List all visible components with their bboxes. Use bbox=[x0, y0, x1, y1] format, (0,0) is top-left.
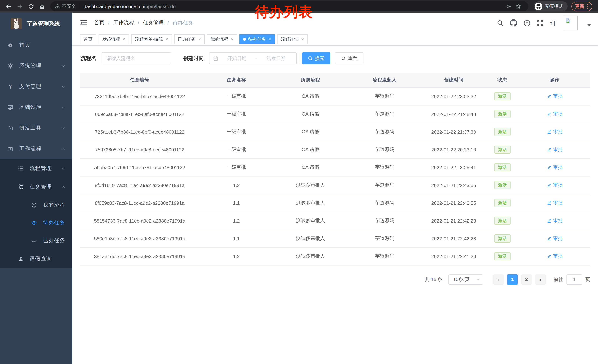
sidebar-subitem[interactable]: 流程管理 bbox=[0, 159, 72, 178]
approve-link[interactable]: 审批 bbox=[547, 253, 563, 259]
search-button[interactable]: 搜索 bbox=[302, 52, 331, 65]
github-icon[interactable] bbox=[510, 19, 517, 27]
prev-page-button[interactable]: ‹ bbox=[493, 274, 504, 284]
sidebar-subitem[interactable]: 我的流程 bbox=[0, 196, 72, 214]
avatar[interactable] bbox=[564, 16, 578, 30]
goto-label: 前往 bbox=[554, 276, 563, 283]
next-page-button[interactable]: › bbox=[535, 274, 546, 284]
cell-task-id: 58154733-7ac8-11ec-a9e2-a2380e71991a bbox=[80, 212, 199, 230]
help-icon[interactable]: ? bbox=[523, 19, 531, 26]
breadcrumb-item[interactable]: 首页 bbox=[94, 20, 105, 26]
status-badge: 激活 bbox=[494, 110, 511, 118]
approve-link[interactable]: 审批 bbox=[547, 111, 563, 117]
bookmark-star-icon[interactable] bbox=[513, 1, 524, 12]
close-icon[interactable]: × bbox=[166, 37, 168, 41]
approve-link[interactable]: 审批 bbox=[547, 217, 563, 224]
reset-button[interactable]: 重置 bbox=[335, 52, 364, 65]
close-icon[interactable]: × bbox=[198, 37, 201, 41]
cell-initiator: 芋道源码 bbox=[348, 176, 422, 194]
page-number-button[interactable]: 1 bbox=[507, 274, 518, 284]
status-badge: 激活 bbox=[494, 128, 511, 136]
browser-menu-icon[interactable] bbox=[587, 4, 588, 9]
close-icon[interactable]: × bbox=[301, 37, 304, 41]
security-warning[interactable]: 不安全 bbox=[55, 3, 76, 9]
cell-created: 2022-01-21 22:41:29 bbox=[422, 247, 486, 265]
top-navbar: 首页工作流程任务管理待办任务 ? тT bbox=[72, 13, 598, 33]
cell-process: 测试多审批人 bbox=[274, 247, 348, 265]
sidebar-toggle-icon[interactable] bbox=[80, 20, 87, 26]
sidebar-item-label: 工作流程 bbox=[19, 146, 61, 152]
sidebar-item[interactable]: ¥ 支付管理 bbox=[0, 76, 72, 97]
browser-update-button[interactable]: 更新 bbox=[571, 2, 592, 11]
approve-link[interactable]: 审批 bbox=[547, 129, 563, 135]
close-icon[interactable]: × bbox=[231, 37, 233, 41]
view-tab[interactable]: 流程表单-编辑 × bbox=[131, 34, 172, 44]
cell-task-name: 一级审批 bbox=[199, 159, 274, 176]
sidebar-subitem[interactable]: 已办任务 bbox=[0, 232, 72, 250]
fullscreen-icon[interactable] bbox=[537, 20, 544, 26]
start-date-placeholder[interactable]: 开始日期 bbox=[220, 55, 254, 62]
search-icon[interactable] bbox=[497, 20, 504, 26]
table-row: 75d72608-7b7f-11ec-a3c8-acde48001122 一级审… bbox=[80, 141, 590, 159]
view-tab[interactable]: 流程详情 × bbox=[277, 34, 307, 44]
approve-link[interactable]: 审批 bbox=[547, 93, 563, 100]
search-form: 流程名 创建时间 开始日期 - 结束日期 搜索 重置 bbox=[81, 52, 590, 65]
broken-image-icon bbox=[565, 17, 571, 24]
sidebar-item[interactable]: 工作流程 bbox=[0, 138, 72, 159]
end-date-placeholder[interactable]: 结束日期 bbox=[259, 55, 293, 62]
sidebar-subitem[interactable]: 请假查询 bbox=[0, 250, 72, 268]
approve-link[interactable]: 审批 bbox=[547, 182, 563, 188]
approve-link[interactable]: 审批 bbox=[547, 164, 563, 171]
date-range-input[interactable]: 开始日期 - 结束日期 bbox=[209, 52, 297, 65]
chevron-down-icon bbox=[61, 185, 66, 189]
col-status: 状态 bbox=[486, 73, 519, 87]
breadcrumb-item[interactable]: 待办任务 bbox=[164, 20, 193, 26]
breadcrumb-item[interactable]: 工作流程 bbox=[105, 20, 134, 26]
create-time-label: 创建时间 bbox=[183, 55, 204, 62]
browser-forward-icon[interactable] bbox=[14, 1, 25, 12]
cell-initiator: 芋道源码 bbox=[348, 123, 422, 141]
cell-initiator: 芋道源码 bbox=[348, 159, 422, 176]
cell-initiator: 芋道源码 bbox=[348, 87, 422, 105]
view-tab[interactable]: 首页 bbox=[80, 34, 96, 44]
goto-page-input[interactable] bbox=[566, 274, 582, 284]
browser-back-icon[interactable] bbox=[3, 1, 14, 12]
sidebar-item[interactable]: 基础设施 bbox=[0, 97, 72, 118]
process-name-input[interactable] bbox=[101, 52, 171, 65]
monitor-icon bbox=[8, 105, 13, 110]
view-tab[interactable]: 已办任务 × bbox=[174, 34, 205, 44]
sidebar-item[interactable]: 系统管理 bbox=[0, 56, 72, 76]
cell-initiator: 芋道源码 bbox=[348, 247, 422, 265]
status-badge: 激活 bbox=[494, 199, 511, 207]
close-icon[interactable]: × bbox=[269, 37, 271, 41]
view-tab[interactable]: 发起流程 × bbox=[99, 34, 129, 44]
close-icon[interactable]: × bbox=[123, 37, 125, 41]
view-tab[interactable]: 我的流程 × bbox=[207, 34, 237, 44]
page-number-button[interactable]: 2 bbox=[521, 274, 532, 284]
password-key-icon[interactable] bbox=[505, 1, 513, 12]
view-tab-label: 流程详情 bbox=[281, 36, 299, 42]
approve-link[interactable]: 审批 bbox=[547, 235, 563, 242]
font-size-icon[interactable]: тT bbox=[550, 19, 556, 26]
sidebar-item[interactable]: 研发工具 bbox=[0, 118, 72, 138]
app-title: 芋道管理系统 bbox=[27, 20, 60, 27]
browser-home-icon[interactable] bbox=[36, 1, 47, 12]
page-size-select[interactable]: 10条/页 bbox=[448, 274, 483, 284]
breadcrumb-item[interactable]: 任务管理 bbox=[134, 20, 164, 26]
sidebar-item[interactable]: 首页 bbox=[0, 35, 72, 56]
approve-link[interactable]: 审批 bbox=[547, 146, 563, 153]
edit-pencil-icon bbox=[547, 129, 551, 134]
sidebar-subitem[interactable]: 任务管理 bbox=[0, 178, 72, 196]
sidebar-subitem[interactable]: 待办任务 bbox=[0, 214, 72, 232]
browser-reload-icon[interactable] bbox=[25, 1, 36, 12]
table-header-row: 任务编号 任务名称 所属流程 流程发起人 创建时间 状态 操作 bbox=[80, 73, 590, 87]
cell-created: 2022-01-22 21:48:48 bbox=[422, 105, 486, 123]
cell-process: OA 请假 bbox=[274, 105, 348, 123]
face-icon bbox=[31, 202, 37, 208]
avatar-caret-icon[interactable] bbox=[587, 24, 591, 26]
table-row: 580e1b3d-7ac8-11ec-a9e2-a2380e71991a 1.1… bbox=[80, 230, 590, 247]
view-tab[interactable]: 待办任务 × bbox=[239, 34, 275, 44]
approve-link[interactable]: 审批 bbox=[547, 200, 563, 206]
process-name-label: 流程名 bbox=[81, 55, 96, 62]
app-logo[interactable]: 芋道管理系统 bbox=[0, 13, 72, 35]
